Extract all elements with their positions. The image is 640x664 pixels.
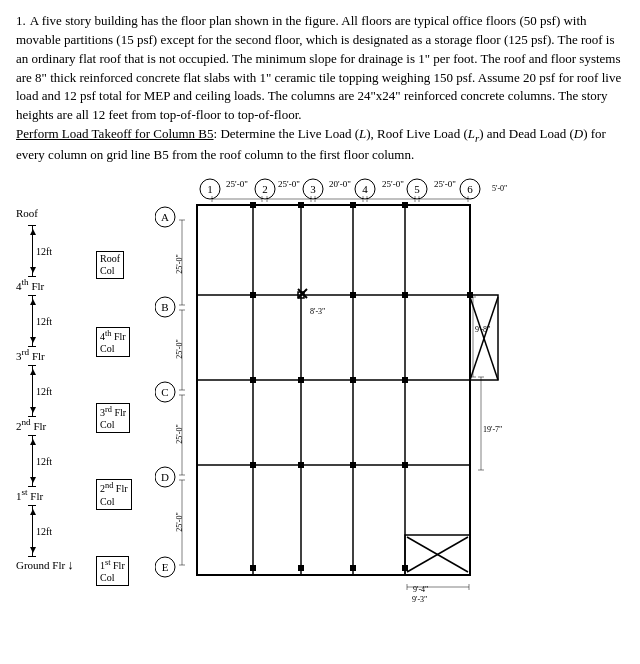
svg-rect-82	[350, 377, 356, 383]
svg-text:25'-0": 25'-0"	[382, 179, 404, 189]
svg-rect-106	[250, 565, 256, 571]
svg-text:8'-3": 8'-3"	[310, 307, 325, 316]
svg-text:2: 2	[262, 183, 268, 195]
col-labels: RoofCol 4th FlrCol 3rd FlrCol 2nd FlrCol…	[96, 207, 151, 607]
svg-text:25'-0": 25'-0"	[226, 179, 248, 189]
story-segment-4: 12ft	[16, 435, 84, 487]
height-2: 12ft	[36, 316, 52, 327]
svg-rect-69	[250, 202, 256, 208]
svg-rect-83	[402, 377, 408, 383]
svg-rect-78	[402, 292, 408, 298]
svg-rect-72	[402, 202, 408, 208]
height-1: 12ft	[36, 246, 52, 257]
svg-rect-84	[250, 462, 256, 468]
svg-text:C: C	[161, 386, 168, 398]
svg-text:9'-3": 9'-3"	[412, 595, 427, 604]
perform-label: Perform Load Takeoff for Column B5	[16, 126, 214, 141]
story-segment-5: 12ft	[16, 505, 84, 557]
diagram-area: Roof 12ft 4th Flr 12ft 3rd Flr	[16, 177, 624, 607]
height-3: 12ft	[36, 386, 52, 397]
svg-rect-86	[350, 462, 356, 468]
svg-rect-87	[402, 462, 408, 468]
col-label-roof: RoofCol	[96, 237, 151, 289]
svg-rect-77	[350, 292, 356, 298]
svg-rect-109	[402, 565, 408, 571]
svg-text:3: 3	[310, 183, 316, 195]
story-labels: Roof 12ft 4th Flr 12ft 3rd Flr	[16, 207, 96, 607]
svg-rect-59	[197, 205, 470, 575]
col-label-3rd: 3rd FlrCol	[96, 390, 151, 442]
col-label-4th: 4th FlrCol	[96, 314, 151, 366]
svg-text:25'-0": 25'-0"	[175, 513, 184, 532]
story-segment-2: 12ft	[16, 295, 84, 347]
3rd-flr-label: 3rd Flr	[16, 347, 45, 365]
story-segment-1: 12ft	[16, 225, 84, 277]
svg-text:9'-4": 9'-4"	[413, 585, 428, 594]
4th-flr-label: 4th Flr	[16, 277, 44, 295]
svg-text:6: 6	[467, 183, 473, 195]
svg-rect-85	[298, 462, 304, 468]
svg-text:25'-0": 25'-0"	[434, 179, 456, 189]
svg-text:20'-0": 20'-0"	[329, 179, 351, 189]
height-4: 12ft	[36, 456, 52, 467]
svg-text:5: 5	[414, 183, 420, 195]
problem-body: A five story building has the floor plan…	[16, 13, 621, 162]
height-5: 12ft	[36, 526, 52, 537]
roof-label: Roof	[16, 207, 38, 225]
svg-text:4: 4	[362, 183, 368, 195]
svg-text:E: E	[162, 561, 169, 573]
floor-plan: 1 2 3 4 5 6 25'-0" 25'-0" 20'-	[155, 177, 624, 607]
svg-rect-71	[350, 202, 356, 208]
svg-text:D: D	[161, 471, 169, 483]
1st-flr-label: 1st Flr	[16, 487, 43, 505]
svg-rect-81	[298, 377, 304, 383]
svg-text:5'-0": 5'-0"	[492, 184, 507, 193]
2nd-flr-label: 2nd Flr	[16, 417, 46, 435]
svg-text:A: A	[161, 211, 169, 223]
svg-text:B: B	[161, 301, 168, 313]
svg-rect-80	[250, 377, 256, 383]
ground-flr-label: Ground Flr ↓	[16, 557, 74, 573]
svg-rect-70	[298, 202, 304, 208]
svg-text:25'-0": 25'-0"	[175, 340, 184, 359]
svg-rect-73	[250, 292, 256, 298]
svg-text:1: 1	[207, 183, 213, 195]
svg-text:25'-0": 25'-0"	[278, 179, 300, 189]
svg-rect-108	[350, 565, 356, 571]
story-segment-3: 12ft	[16, 365, 84, 417]
svg-text:25'-0": 25'-0"	[175, 425, 184, 444]
floor-plan-svg: 1 2 3 4 5 6 25'-0" 25'-0" 20'-	[155, 177, 515, 607]
col-label-1st: 1st FlrCol	[96, 543, 151, 595]
problem-text: 1. A five story building has the floor p…	[16, 12, 624, 165]
svg-rect-107	[298, 565, 304, 571]
problem-container: 1. A five story building has the floor p…	[16, 12, 624, 165]
col-label-2nd: 2nd FlrCol	[96, 467, 151, 519]
svg-text:19'-7": 19'-7"	[483, 425, 502, 434]
svg-text:25'-0": 25'-0"	[175, 255, 184, 274]
problem-number: 1.	[16, 12, 26, 31]
